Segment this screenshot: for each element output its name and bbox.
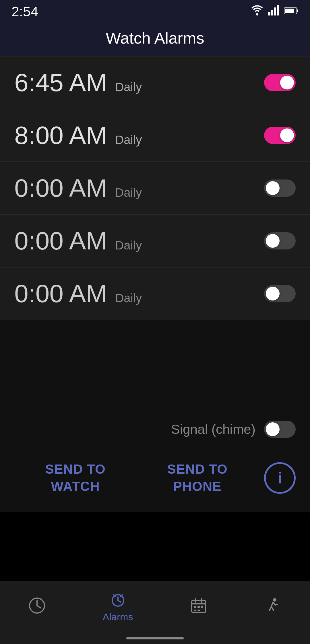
nav-item-clock[interactable] — [28, 597, 46, 617]
alarm-toggle[interactable] — [264, 232, 296, 249]
battery-icon — [284, 5, 299, 17]
alarm-item[interactable]: 0:00 AM Daily — [0, 162, 310, 215]
page-title: Watch Alarms — [0, 29, 310, 47]
svg-line-12 — [118, 600, 121, 602]
alarm-time: 0:00 AM — [14, 173, 107, 203]
status-bar: 2:54 — [0, 0, 310, 23]
calendar-icon — [190, 597, 207, 614]
nav-item-calendar[interactable] — [190, 597, 207, 617]
nav-item-alarms[interactable]: Alarms — [103, 591, 133, 622]
alarm-item[interactable]: 8:00 AM Daily — [0, 109, 310, 162]
alarm-list: 6:45 AM Daily 8:00 AM Daily 0:00 AM Dail… — [0, 56, 310, 320]
svg-rect-23 — [197, 610, 200, 611]
alarm-repeat: Daily — [115, 80, 142, 94]
alarm-time: 8:00 AM — [14, 121, 107, 150]
nav-item-activity[interactable] — [264, 597, 282, 617]
alarm-toggle[interactable] — [264, 74, 296, 91]
alarm-time: 0:00 AM — [14, 226, 107, 255]
alarm-repeat: Daily — [115, 239, 142, 252]
svg-line-9 — [37, 606, 40, 608]
svg-rect-3 — [277, 5, 279, 15]
svg-rect-20 — [197, 606, 200, 608]
nav-label-alarms: Alarms — [103, 611, 133, 622]
svg-rect-5 — [297, 9, 298, 12]
alarm-repeat: Daily — [115, 291, 142, 305]
alarm-item[interactable]: 0:00 AM Daily — [0, 268, 310, 320]
info-button[interactable]: i — [264, 462, 296, 494]
clock-icon — [28, 597, 46, 614]
alarm-repeat: Daily — [115, 133, 142, 147]
svg-rect-0 — [268, 12, 270, 15]
svg-point-24 — [273, 598, 276, 602]
info-icon: i — [278, 469, 282, 487]
signal-strength-icon — [268, 5, 280, 18]
alarm-info: 0:00 AM Daily — [14, 279, 142, 308]
bottom-nav: Alarms — [0, 581, 310, 644]
alarm-toggle[interactable] — [264, 285, 296, 302]
svg-rect-6 — [285, 9, 294, 13]
send-to-watch-label: SEND TOWATCH — [14, 461, 136, 495]
svg-rect-19 — [194, 606, 196, 608]
alarm-info: 0:00 AM Daily — [14, 226, 142, 255]
status-icons — [251, 5, 299, 18]
svg-rect-21 — [201, 606, 203, 608]
action-buttons: SEND TOWATCH SEND TOPHONE i — [14, 452, 296, 512]
signal-row: Signal (chime) — [14, 412, 296, 452]
alarm-time: 6:45 AM — [14, 68, 107, 97]
alarm-nav-icon — [109, 591, 127, 608]
signal-toggle[interactable] — [264, 421, 296, 438]
svg-rect-22 — [194, 610, 196, 611]
wifi-icon — [251, 5, 264, 18]
svg-rect-2 — [274, 7, 276, 15]
send-to-watch-button[interactable]: SEND TOWATCH — [14, 461, 136, 495]
page-header: Watch Alarms — [0, 23, 310, 56]
alarm-time: 0:00 AM — [14, 279, 107, 308]
bottom-section: Signal (chime) SEND TOWATCH SEND TOPHONE… — [0, 401, 310, 512]
home-indicator — [126, 637, 184, 639]
send-to-phone-label: SEND TOPHONE — [136, 461, 258, 495]
alarm-info: 6:45 AM Daily — [14, 68, 142, 97]
alarm-info: 8:00 AM Daily — [14, 121, 142, 150]
alarm-toggle[interactable] — [264, 127, 296, 144]
signal-label: Signal (chime) — [171, 421, 255, 437]
alarm-toggle[interactable] — [264, 179, 296, 197]
empty-area — [0, 320, 310, 401]
send-to-phone-button[interactable]: SEND TOPHONE — [136, 461, 258, 495]
activity-icon — [264, 597, 282, 614]
status-time: 2:54 — [11, 4, 38, 19]
alarm-info: 0:00 AM Daily — [14, 173, 142, 203]
alarm-item[interactable]: 6:45 AM Daily — [0, 56, 310, 109]
alarm-repeat: Daily — [115, 186, 142, 200]
alarm-item[interactable]: 0:00 AM Daily — [0, 215, 310, 268]
svg-rect-1 — [271, 10, 273, 15]
